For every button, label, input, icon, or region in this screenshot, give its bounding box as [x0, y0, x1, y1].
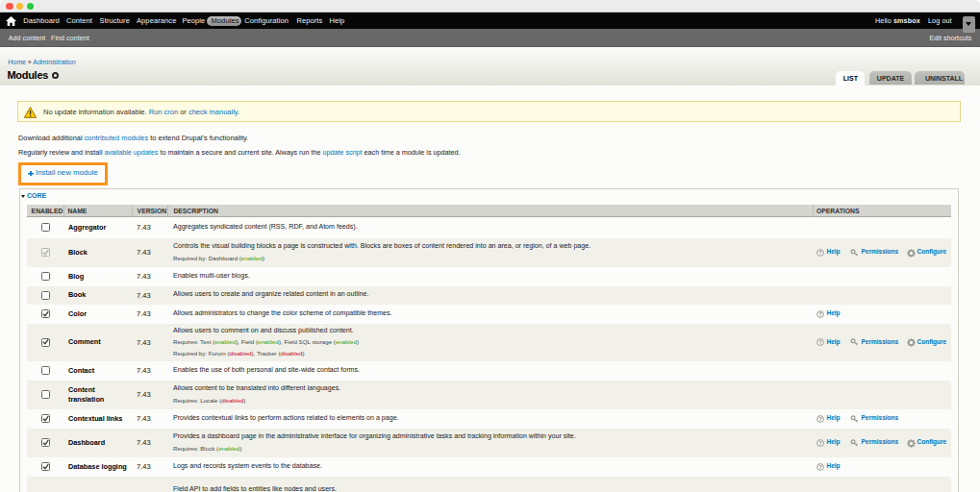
- svg-text:?: ?: [818, 339, 822, 345]
- svg-text:?: ?: [818, 440, 822, 446]
- svg-text:?: ?: [818, 464, 822, 470]
- svg-text:?: ?: [818, 311, 822, 317]
- svg-text:?: ?: [818, 250, 822, 256]
- svg-text:?: ?: [818, 416, 822, 422]
